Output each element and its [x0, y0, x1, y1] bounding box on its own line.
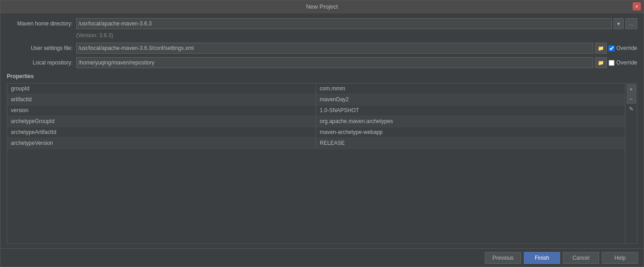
prop-value: RELEASE — [316, 138, 625, 148]
user-settings-override-checkbox[interactable] — [609, 45, 615, 51]
plus-icon: + — [629, 86, 633, 92]
prop-value: mavenDay2 — [316, 94, 625, 105]
local-repo-label: Local repository: — [7, 59, 73, 66]
cancel-button[interactable]: Cancel — [563, 252, 599, 264]
local-repo-input[interactable] — [76, 57, 593, 68]
user-settings-folder-btn[interactable]: 📁 — [595, 43, 607, 54]
table-row[interactable]: artifactId mavenDay2 — [7, 94, 625, 105]
remove-property-button[interactable]: − — [627, 94, 636, 104]
help-button[interactable]: Help — [602, 252, 638, 264]
maven-home-row: Maven home directory: ▼ … — [7, 18, 637, 30]
table-row[interactable]: version 1.0-SNAPSHOT — [7, 105, 625, 116]
dialog-footer: Previous Finish Cancel Help — [0, 248, 644, 267]
prop-value: com.mmm — [316, 84, 625, 94]
local-repo-override-checkbox[interactable] — [609, 60, 615, 66]
local-repo-input-wrapper: 📁 Override — [76, 57, 637, 68]
table-row[interactable]: groupId com.mmm — [7, 84, 625, 94]
prop-key: archetypeVersion — [7, 138, 316, 148]
minus-icon: − — [629, 96, 633, 102]
maven-home-input[interactable] — [76, 18, 612, 29]
user-settings-label: User settings file: — [7, 45, 73, 51]
user-settings-override-label: Override — [616, 45, 637, 51]
prop-key: artifactId — [7, 94, 316, 105]
maven-home-browse-btn[interactable]: … — [625, 18, 637, 29]
properties-main: groupId com.mmm artifactId mavenDay2 ver… — [7, 84, 625, 243]
maven-home-dropdown-btn[interactable]: ▼ — [614, 18, 624, 29]
folder-icon: 📁 — [598, 60, 604, 66]
dialog-content: Maven home directory: ▼ … (Version: 3.6.… — [0, 13, 644, 248]
local-repo-override-wrapper: Override — [609, 59, 637, 66]
properties-sidebar: + − ✎ — [625, 84, 637, 243]
prop-value: 1.0-SNAPSHOT — [316, 105, 625, 116]
user-settings-override-wrapper: Override — [609, 45, 637, 51]
title-bar: New Project × — [0, 0, 644, 13]
maven-home-input-wrapper: ▼ … — [76, 18, 637, 29]
maven-home-label: Maven home directory: — [7, 20, 73, 27]
prop-value: org.apache.maven.archetypes — [316, 116, 625, 127]
user-settings-input-wrapper: 📁 Override — [76, 43, 637, 54]
dialog-title: New Project — [306, 3, 338, 10]
user-settings-input[interactable] — [76, 43, 593, 54]
local-repo-row: Local repository: 📁 Override — [7, 57, 637, 69]
close-icon: × — [635, 4, 638, 9]
local-repo-folder-btn[interactable]: 📁 — [595, 57, 607, 68]
prop-value: maven-archetype-webapp — [316, 127, 625, 138]
prop-key: version — [7, 105, 316, 116]
local-repo-override-label: Override — [616, 59, 637, 66]
ellipsis-icon: … — [629, 21, 634, 26]
properties-section-title: Properties — [7, 73, 637, 79]
folder-icon: 📁 — [598, 45, 604, 51]
table-row[interactable]: archetypeVersion RELEASE — [7, 138, 625, 149]
properties-table: groupId com.mmm artifactId mavenDay2 ver… — [7, 83, 637, 244]
finish-button[interactable]: Finish — [524, 252, 560, 264]
maven-version-text: (Version: 3.6.3) — [76, 32, 637, 39]
chevron-down-icon: ▼ — [616, 21, 621, 26]
table-row[interactable]: archetypeArtifactId maven-archetype-weba… — [7, 127, 625, 138]
edit-icon: ✎ — [629, 106, 634, 112]
edit-property-button[interactable]: ✎ — [627, 104, 636, 114]
user-settings-row: User settings file: 📁 Override — [7, 42, 637, 54]
table-row[interactable]: archetypeGroupId org.apache.maven.archet… — [7, 116, 625, 127]
prop-key: archetypeArtifactId — [7, 127, 316, 138]
previous-button[interactable]: Previous — [485, 252, 521, 264]
prop-key: groupId — [7, 84, 316, 94]
new-project-dialog: New Project × Maven home directory: ▼ … — [0, 0, 644, 267]
prop-key: archetypeGroupId — [7, 116, 316, 127]
close-button[interactable]: × — [633, 2, 641, 10]
add-property-button[interactable]: + — [627, 84, 636, 94]
